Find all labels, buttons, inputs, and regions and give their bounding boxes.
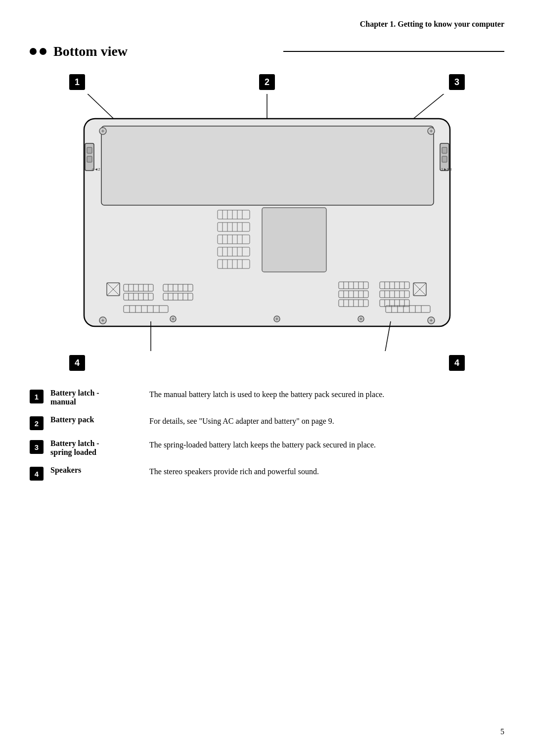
feature-item-4: 4 Speakers The stereo speakers provide r…: [30, 466, 504, 481]
svg-rect-4: [101, 126, 434, 205]
section-title-line: [283, 51, 504, 52]
feature-name-col-4: Speakers: [50, 466, 149, 475]
section-title: Bottom view: [53, 44, 274, 59]
dot-2: [40, 48, 46, 55]
svg-line-2: [410, 94, 462, 121]
feature-badge-1: 1: [30, 390, 44, 403]
diagram-wrapper: 1 2 3: [64, 74, 470, 371]
feature-item-2: 2 Battery pack For details, see "Using A…: [30, 415, 504, 430]
svg-rect-64: [262, 208, 326, 272]
svg-rect-11: [442, 156, 447, 162]
feature-badge-2: 2: [30, 416, 44, 430]
svg-rect-7: [87, 156, 92, 162]
svg-line-0: [72, 94, 116, 121]
svg-rect-10: [442, 147, 447, 153]
feature-name-col-2: Battery pack: [50, 415, 149, 424]
svg-text:1►8d: 1►8d: [441, 167, 451, 172]
feature-name-col-3: Battery latch -spring loaded: [50, 439, 149, 457]
badge-bottom-4-right: 4: [449, 355, 465, 371]
page-header: Chapter 1. Getting to know your computer: [30, 20, 504, 29]
section-title-row: Bottom view: [30, 44, 504, 59]
badge-bottom-4-left: 4: [69, 355, 85, 371]
feature-name-col-1: Battery latch -manual: [50, 389, 149, 406]
feature-item-3: 3 Battery latch -spring loaded The sprin…: [30, 439, 504, 457]
feature-badge-4: 4: [30, 467, 44, 481]
page-container: Chapter 1. Getting to know your computer…: [0, 0, 534, 756]
laptop-diagram-svg: d◄2 1►8d: [64, 94, 470, 351]
feature-name-2: Battery pack: [50, 415, 94, 424]
top-badges-row: 1 2 3: [64, 74, 470, 90]
chapter-title: Chapter 1. Getting to know your computer: [360, 20, 504, 28]
badge-top-2: 2: [259, 74, 275, 90]
feature-desc-1: The manual battery latch is used to keep…: [149, 389, 504, 400]
diagram-area: 1 2 3: [30, 74, 504, 371]
feature-desc-4: The stereo speakers provide rich and pow…: [149, 466, 504, 478]
feature-list: 1 Battery latch -manual The manual batte…: [30, 389, 504, 481]
section-dots: [30, 48, 46, 55]
dot-1: [30, 48, 37, 55]
svg-rect-6: [87, 147, 92, 153]
feature-desc-2: For details, see "Using AC adapter and b…: [149, 415, 504, 427]
feature-item-1: 1 Battery latch -manual The manual batte…: [30, 389, 504, 406]
badge-top-1: 1: [69, 74, 85, 90]
feature-desc-3: The spring-loaded battery latch keeps th…: [149, 439, 504, 451]
feature-name-3: Battery latch -spring loaded: [50, 439, 99, 456]
feature-name-4: Speakers: [50, 466, 81, 474]
svg-text:d◄2: d◄2: [92, 167, 100, 172]
page-number: 5: [500, 727, 504, 736]
bottom-badges-row: 4 4: [64, 355, 470, 371]
feature-badge-3: 3: [30, 440, 44, 454]
badge-top-3: 3: [449, 74, 465, 90]
feature-name-1: Battery latch -manual: [50, 389, 99, 406]
